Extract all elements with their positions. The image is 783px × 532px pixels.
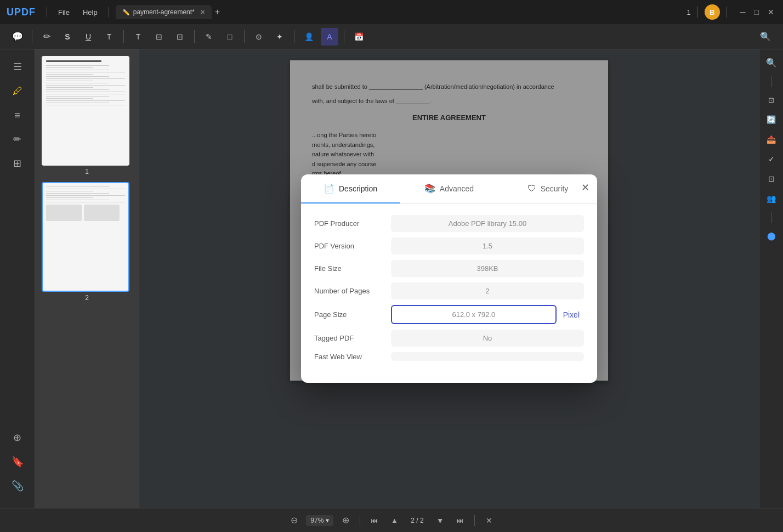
sidebar-highlight-btn[interactable]: 🖊 (7, 80, 29, 102)
right-ocr-btn[interactable]: ⊡ (763, 91, 780, 109)
modal-content: PDF Producer Adobe PDF library 15.00 PDF… (301, 204, 597, 383)
maximize-button[interactable]: □ (752, 7, 761, 18)
thumb-label-2: 2 (42, 294, 132, 302)
effects-tool[interactable]: ✦ (271, 28, 288, 46)
sidebar-list-btn[interactable]: ≡ (7, 104, 29, 126)
add-tab-button[interactable]: + (212, 7, 223, 17)
first-page-btn[interactable]: ⏮ (367, 513, 382, 528)
bottom-bar-divider-2 (474, 515, 475, 526)
sidebar-bookmark-btn[interactable]: 🔖 (7, 451, 29, 473)
right-sidebar: 🔍 ⊡ 🔄 📤 ✓ ⊡ 👥 ⬤ (759, 49, 783, 508)
topbar-divider-3 (697, 7, 698, 18)
tab-area: ✏️ payment-agreement* ✕ + (116, 5, 683, 19)
minimize-button[interactable]: ─ (738, 7, 748, 18)
prop-row-pdf-producer: PDF Producer Adobe PDF library 15.00 (314, 215, 584, 232)
right-fill-btn[interactable]: 👥 (763, 190, 780, 207)
thumb-img-2 (42, 182, 129, 292)
user-tool[interactable]: 👤 (300, 28, 317, 46)
tab-advanced[interactable]: 📚 Advanced (400, 174, 498, 203)
modal-wrapper: 📄 Description 📚 Advanced 🛡 Security (301, 174, 597, 383)
text-box-tool[interactable]: ⊡ (150, 28, 168, 46)
shape-tool[interactable]: □ (221, 28, 239, 46)
topbar-divider-1 (47, 7, 47, 18)
prev-page-btn[interactable]: ▲ (387, 513, 402, 528)
sidebar-attach-btn[interactable]: 📎 (7, 475, 29, 497)
prop-value-file-size: 398KB (391, 260, 584, 277)
comment-tool[interactable]: 💬 (9, 28, 26, 46)
thumb-page-1[interactable]: 1 (42, 56, 132, 176)
right-protect-btn[interactable]: ⊡ (763, 170, 780, 188)
text-tool-1[interactable]: T (100, 28, 118, 46)
calendar-tool[interactable]: 📅 (350, 28, 367, 46)
prop-value-num-pages: 2 (391, 282, 584, 299)
prop-row-file-size: File Size 398KB (314, 260, 584, 277)
tab-description[interactable]: 📄 Description (301, 174, 400, 203)
toolbar-divider-1 (32, 30, 32, 43)
advanced-tab-icon: 📚 (424, 183, 435, 194)
right-check-btn[interactable]: ✓ (763, 150, 780, 168)
pencil-tool[interactable]: ✎ (200, 28, 218, 46)
prop-label-num-pages: Number of Pages (314, 287, 391, 295)
search-tool[interactable]: 🔍 (757, 28, 774, 46)
toolbar-divider-2 (123, 30, 124, 43)
topbar-divider-4 (727, 7, 727, 18)
bottom-bar-divider-1 (360, 515, 360, 526)
right-search-btn[interactable]: 🔍 (763, 54, 780, 71)
sidebar-layers-btn[interactable]: ⊕ (7, 427, 29, 449)
description-tab-label: Description (339, 184, 377, 193)
color-tool[interactable]: ⊙ (250, 28, 268, 46)
page-info: 2 / 2 (406, 517, 428, 524)
close-modal-button[interactable]: ✕ (577, 180, 593, 195)
left-sidebar: ☰ 🖊 ≡ ✏ ⊞ ⊕ 🔖 📎 (0, 49, 35, 508)
nav-file[interactable]: File (54, 8, 74, 16)
prop-row-pdf-version: PDF Version 1.5 (314, 237, 584, 254)
sidebar-bottom: ⊕ 🔖 📎 (7, 427, 29, 501)
prop-value-fast-web-view (391, 352, 584, 361)
strikethrough-tool[interactable]: S (59, 28, 76, 46)
sidebar-arrange-btn[interactable]: ⊞ (7, 152, 29, 174)
prop-value-page-size[interactable]: 612.0 x 792.0 (391, 305, 557, 324)
close-button[interactable]: ✕ (765, 7, 776, 18)
prop-row-fast-web-view: Fast Web View (314, 352, 584, 361)
prop-value-pdf-version: 1.5 (391, 237, 584, 254)
advanced-tab-label: Advanced (440, 184, 474, 193)
text-tool-2[interactable]: T (129, 28, 147, 46)
nav-help[interactable]: Help (78, 8, 102, 16)
thumb-content-2 (43, 183, 128, 291)
zoom-display[interactable]: 97% ▾ (306, 515, 333, 526)
zoom-in-btn[interactable]: ⊕ (338, 513, 353, 528)
zoom-out-btn[interactable]: ⊖ (286, 513, 302, 528)
page-nav[interactable]: 1 (686, 8, 690, 16)
toolbar-divider-4 (244, 30, 245, 43)
toolbar: 💬 ✏ S U T T ⊡ ⊡ ✎ □ ⊙ ✦ 👤 A 📅 🔍 (0, 24, 783, 49)
modal-overlay: 📄 Description 📚 Advanced 🛡 Security (139, 49, 759, 508)
topbar: UPDF File Help ✏️ payment-agreement* ✕ +… (0, 0, 783, 24)
user-avatar[interactable]: B (705, 4, 720, 20)
highlight-color-tool[interactable]: A (321, 28, 338, 46)
prop-row-tagged-pdf: Tagged PDF No (314, 330, 584, 347)
thumb-content-1 (43, 57, 128, 165)
pixel-button[interactable]: Pixel (559, 306, 584, 324)
right-share-btn[interactable]: 📤 (763, 131, 780, 148)
toolbar-divider-6 (344, 30, 344, 43)
right-ai-btn[interactable]: ⬤ (763, 227, 780, 245)
next-page-btn[interactable]: ▼ (433, 513, 448, 528)
prop-row-page-size: Page Size 612.0 x 792.0 Pixel (314, 305, 584, 324)
prop-value-tagged-pdf: No (391, 330, 584, 347)
last-page-btn[interactable]: ⏭ (452, 513, 468, 528)
underline-tool[interactable]: U (80, 28, 97, 46)
highlight-tool[interactable]: ✏ (38, 28, 55, 46)
thumb-label-1: 1 (42, 168, 132, 176)
document-tab[interactable]: ✏️ payment-agreement* ✕ (116, 5, 212, 19)
app-background: UPDF File Help ✏️ payment-agreement* ✕ +… (0, 0, 783, 532)
text-field-tool[interactable]: ⊡ (171, 28, 189, 46)
doc-area: shall be submitted to ________________ (… (139, 49, 759, 508)
thumb-page-2[interactable]: 2 (42, 182, 132, 302)
toolbar-divider-5 (294, 30, 294, 43)
sidebar-pages-btn[interactable]: ☰ (7, 56, 29, 78)
sidebar-edit-btn[interactable]: ✏ (7, 128, 29, 150)
right-convert-btn[interactable]: 🔄 (763, 111, 780, 128)
close-tab-icon[interactable]: ✕ (200, 9, 205, 16)
prop-label-tagged-pdf: Tagged PDF (314, 334, 391, 342)
close-bottom-btn[interactable]: ✕ (481, 513, 497, 528)
